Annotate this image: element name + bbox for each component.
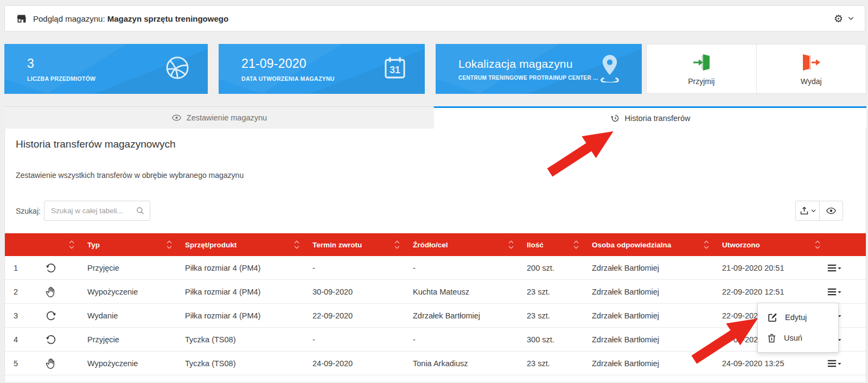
column-header-ilo-[interactable]: Ilość [518, 233, 583, 256]
tab-label: Zestawienie magazynu [187, 113, 267, 122]
cell-produkt: Piłka rozmiar 4 (PM4) [176, 304, 304, 327]
receive-label: Przyjmij [688, 77, 714, 86]
settings-menu-button[interactable]: ⚙ [834, 14, 854, 24]
cell-termin: - [304, 328, 404, 351]
gear-icon: ⚙ [834, 14, 843, 24]
column-label: Sprzęt/produkt [185, 241, 237, 249]
hand-icon [41, 352, 79, 375]
menu-caret-icon [827, 263, 842, 273]
cell-typ: Przyjęcie [79, 256, 176, 279]
column-header-1[interactable] [41, 233, 79, 256]
table-row: 2WypożyczeniePiłka rozmiar 4 (PM4)30-09-… [5, 280, 866, 304]
column-label: Źródło/cel [413, 241, 448, 249]
cell-osoba: Zdrzałek Bartłomiej [583, 352, 713, 375]
row-actions-button[interactable] [825, 280, 866, 303]
sort-arrows-icon[interactable] [508, 240, 514, 249]
column-label: Osoba odpowiedzialna [592, 241, 671, 249]
cell-ilosc: 300 szt. [518, 328, 583, 351]
cell-produkt: Piłka rozmiar 4 (PM4) [176, 256, 304, 279]
sort-arrows-icon[interactable] [294, 240, 299, 249]
cell-typ: Wydanie [79, 304, 176, 327]
tab-transfer-history[interactable]: Historia transferów [434, 106, 866, 129]
cell-zrodlo: Tonia Arkadiusz [404, 352, 518, 375]
stat-card-created-date: 21-09-2020 DATA UTWORZENIA MAGAZYNU 31 [219, 44, 425, 94]
menu-item-label: Edytuj [785, 313, 807, 322]
cell-osoba: Zdrzałek Bartłomiej [583, 280, 713, 303]
column-header-typ[interactable]: Typ [79, 233, 176, 256]
cell-utworzono: 22-09-2020 12:51 [713, 280, 825, 303]
context-menu-item-usu-[interactable]: Usuń [758, 328, 838, 348]
cell-produkt: Tyczka (TS08) [176, 352, 304, 375]
table-row: 3WydaniePiłka rozmiar 4 (PM4)22-09-2020Z… [5, 304, 866, 328]
table-row: 1PrzyjęciePiłka rozmiar 4 (PM4)--200 szt… [5, 256, 866, 280]
sort-arrows-icon[interactable] [394, 240, 400, 249]
sort-arrows-icon[interactable] [815, 240, 820, 249]
menu-caret-icon [827, 359, 842, 368]
column-header--r-d-o-cel[interactable]: Źródło/cel [404, 233, 518, 256]
column-visibility-button[interactable] [819, 201, 843, 221]
tab-warehouse-summary[interactable]: Zestawienie magazynu [4, 106, 434, 129]
cell-ilosc: 23 szt. [518, 352, 583, 375]
table-header-row: TypSprzęt/produktTermin zwrotuŹródło/cel… [5, 233, 866, 256]
sort-arrows-icon[interactable] [573, 240, 579, 249]
chevron-down-icon [848, 16, 854, 21]
stat-value: 21-09-2020 [241, 56, 335, 71]
basketball-icon [163, 54, 192, 84]
stat-label: CENTRUM TRENINGOWE PROTRAINUP CENTER ... [458, 75, 598, 81]
context-menu-item-edytuj[interactable]: Edytuj [758, 307, 838, 328]
receive-icon [41, 256, 79, 279]
eye-icon [171, 114, 182, 122]
cell-termin: - [304, 256, 404, 279]
cell-ilosc: 23 szt. [518, 280, 583, 303]
sort-arrows-icon[interactable] [167, 240, 172, 249]
table-toolbar [795, 201, 843, 221]
row-actions-button[interactable] [825, 352, 866, 375]
chevron-down-icon [811, 209, 816, 213]
door-out-icon [801, 53, 821, 72]
cell-zrodlo: - [404, 256, 518, 279]
section-title: Historia transferów magazynowych [16, 138, 176, 150]
search-input[interactable] [44, 207, 136, 215]
cell-zrodlo: Kuchta Mateusz [404, 280, 518, 303]
sort-arrows-icon[interactable] [704, 240, 709, 249]
stat-value: 3 [27, 56, 95, 71]
cell-produkt: Piłka rozmiar 4 (PM4) [176, 280, 304, 303]
trash-icon [767, 333, 776, 343]
stat-label: LICZBA PRZEDMIOTÓW [27, 75, 95, 82]
cell-termin: 22-09-2020 [304, 304, 404, 327]
column-label: Termin zwrotu [312, 241, 362, 249]
menu-item-label: Usuń [784, 334, 802, 342]
issue-button[interactable]: Wydaj [756, 44, 866, 93]
stat-card-location: Lokalizacja magazynu CENTRUM TRENINGOWE … [436, 44, 642, 94]
stat-value: Lokalizacja magazynu [458, 58, 598, 71]
export-button[interactable] [795, 201, 819, 221]
cell-ilosc: 23 szt. [518, 304, 583, 327]
calendar-icon: 31 [381, 54, 409, 84]
section-subtitle: Zestawienie wszystkich transferów w obrę… [16, 171, 244, 180]
cell-ilosc: 200 szt. [518, 256, 583, 279]
cell-utworzono: 24-09-2020 13:25 [713, 352, 825, 375]
column-header-0 [5, 233, 41, 256]
receive-button[interactable]: Przyjmij [647, 44, 756, 93]
transfer-history-panel: Historia transferów magazynowych Zestawi… [4, 129, 866, 383]
column-label: Utworzono [722, 241, 760, 249]
cell-osoba: Zdrzałek Bartłomiej [583, 256, 713, 279]
store-icon [16, 13, 27, 24]
eye-icon [826, 207, 837, 215]
column-header-9 [825, 233, 866, 256]
column-header-utworzono[interactable]: Utworzono [713, 233, 825, 256]
map-pin-icon [597, 53, 622, 85]
row-actions-button[interactable] [825, 256, 866, 279]
cell-osoba: Zdrzałek Bartłomiej [583, 304, 713, 327]
column-header-termin-zwrotu[interactable]: Termin zwrotu [304, 233, 404, 256]
sort-arrows-icon[interactable] [69, 240, 74, 249]
export-icon [799, 206, 809, 216]
column-header-sprz-t-produkt[interactable]: Sprzęt/produkt [176, 233, 304, 256]
receive-icon [41, 328, 79, 351]
cell-termin: 24-09-2020 [304, 352, 404, 375]
menu-caret-icon [827, 287, 842, 297]
stat-label: DATA UTWORZENIA MAGAZYNU [241, 75, 335, 82]
column-header-osoba-odpowiedzialna[interactable]: Osoba odpowiedzialna [583, 233, 713, 256]
search-box [44, 201, 150, 221]
cell-num: 5 [5, 352, 41, 375]
